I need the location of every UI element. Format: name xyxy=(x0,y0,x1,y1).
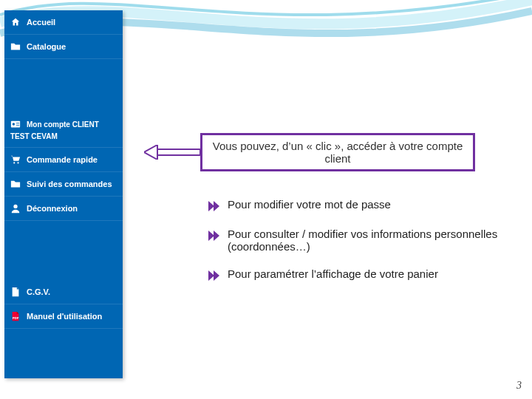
sidebar-item-label: Manuel d'utilisation xyxy=(27,312,102,321)
sidebar-item-commande-rapide[interactable]: Commande rapide xyxy=(4,148,123,172)
sidebar-item-label: C.G.V. xyxy=(27,287,50,296)
bullet-text: Pour modifier votre mot de passe xyxy=(228,198,391,211)
sidebar-item-label: Commande rapide xyxy=(27,155,98,164)
home-icon xyxy=(10,17,21,27)
bullet-text: Pour consulter / modifier vos informatio… xyxy=(228,228,502,253)
folder-icon xyxy=(10,179,21,189)
sidebar-item-accueil[interactable]: Accueil xyxy=(4,10,123,35)
sidebar-item-sublabel: TEST CEVAM xyxy=(10,132,58,140)
bullet-list: Pour modifier votre mot de passe Pour co… xyxy=(207,198,502,297)
sidebar-item-manuel[interactable]: PDF Manuel d'utilisation xyxy=(4,304,123,329)
bullet-item: Pour consulter / modifier vos informatio… xyxy=(207,228,502,253)
callout-box: Vous pouvez, d’un « clic », accéder à vo… xyxy=(200,133,475,171)
bullet-item: Pour modifier votre mot de passe xyxy=(207,198,502,213)
svg-point-5 xyxy=(17,162,18,163)
bullet-item: Pour paramétrer l’affichage de votre pan… xyxy=(207,267,502,282)
sidebar-item-suivi[interactable]: Suivi des commandes xyxy=(4,172,123,197)
sidebar-item-label: Catalogue xyxy=(27,42,66,51)
user-card-icon xyxy=(10,119,21,129)
sidebar-item-label: Déconnexion xyxy=(27,204,78,213)
sidebar-item-label: Accueil xyxy=(27,18,55,27)
sidebar-item-label: Suivi des commandes xyxy=(27,180,112,188)
chevron-icon xyxy=(207,229,220,242)
sidebar-item-cgv[interactable]: C.G.V. xyxy=(4,280,123,304)
sidebar-item-deconnexion[interactable]: Déconnexion xyxy=(4,197,123,221)
cart-icon xyxy=(10,154,21,165)
svg-point-4 xyxy=(13,162,15,163)
sidebar-spacer xyxy=(4,221,123,280)
sidebar-spacer xyxy=(4,59,123,112)
svg-point-1 xyxy=(13,123,16,126)
bullet-text: Pour paramétrer l’affichage de votre pan… xyxy=(228,267,438,280)
sidebar-item-compte[interactable]: Mon compte CLIENT TEST CEVAM xyxy=(4,112,123,148)
sidebar-menu: Accueil Catalogue Mon compte CLIENT TEST… xyxy=(4,10,123,329)
sidebar: Accueil Catalogue Mon compte CLIENT TEST… xyxy=(4,10,123,378)
sidebar-item-label: Mon compte CLIENT xyxy=(27,120,99,129)
chevron-icon xyxy=(207,200,220,213)
svg-rect-8 xyxy=(157,149,200,155)
arrow-icon xyxy=(144,145,200,160)
page-number: 3 xyxy=(516,380,522,392)
svg-rect-2 xyxy=(16,123,19,123)
svg-text:PDF: PDF xyxy=(13,316,19,320)
user-icon xyxy=(10,203,21,214)
callout-text: Vous pouvez, d’un « clic », accéder à vo… xyxy=(210,140,466,165)
chevron-icon xyxy=(207,269,220,282)
svg-point-6 xyxy=(13,205,17,208)
sidebar-item-catalogue[interactable]: Catalogue xyxy=(4,35,123,59)
pdf-icon: PDF xyxy=(10,311,21,321)
slide: Accueil Catalogue Mon compte CLIENT TEST… xyxy=(0,0,532,399)
svg-marker-9 xyxy=(144,145,157,160)
folder-icon xyxy=(10,41,21,52)
svg-rect-3 xyxy=(16,125,19,126)
doc-icon xyxy=(10,287,21,297)
